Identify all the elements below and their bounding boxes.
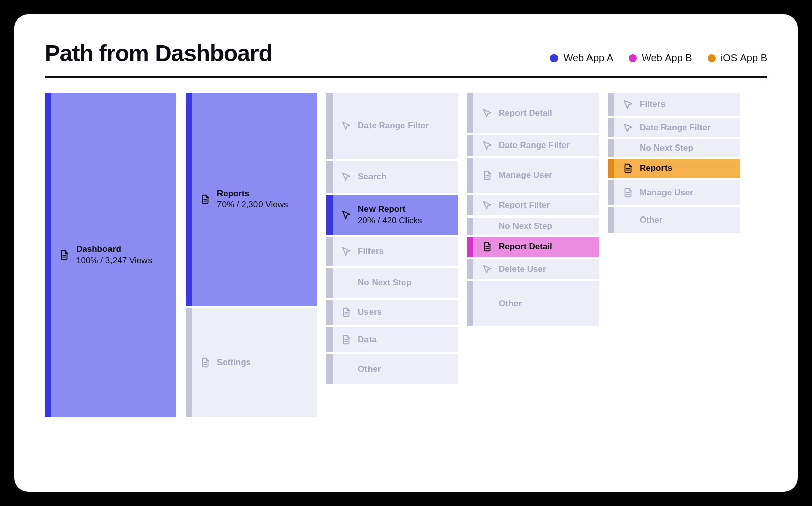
path-step[interactable]: No Next Step [467, 218, 599, 235]
path-step[interactable]: Report Detail [467, 237, 599, 257]
path-step[interactable]: Dashboard100% / 3,247 Views [45, 93, 176, 417]
path-step[interactable]: Reports [608, 159, 740, 178]
step-name: Filters [358, 246, 384, 257]
path-step[interactable]: Users [326, 300, 458, 325]
cursor-icon [341, 209, 352, 221]
legend-label: Web App B [642, 52, 692, 64]
step-name: Delete User [499, 264, 546, 275]
step-name: Data [358, 334, 377, 345]
step-name: Settings [217, 357, 251, 368]
step-name: Report Detail [499, 107, 552, 119]
step-name: Reports [217, 188, 288, 199]
path-step[interactable]: Manage User [608, 180, 740, 205]
step-name: Dashboard [76, 244, 152, 255]
step-sub: 20% / 420 Clicks [358, 215, 422, 226]
path-step[interactable]: Other [608, 207, 740, 233]
step-name: No Next Step [358, 277, 412, 288]
path-step[interactable]: Settings [186, 308, 317, 417]
step-name: Report Detail [499, 241, 552, 252]
path-step[interactable]: Date Range Filter [326, 93, 458, 159]
path-column: Report Detail Date Range Filter Manage U… [467, 93, 599, 326]
legend-dot [708, 54, 716, 62]
path-step[interactable]: Report Detail [467, 93, 599, 133]
cursor-icon [482, 107, 493, 119]
path-column: Date Range Filter Search New Report20% /… [326, 93, 458, 384]
path-step[interactable]: Filters [326, 237, 458, 266]
document-icon [341, 334, 352, 345]
path-step[interactable]: Report Filter [467, 195, 599, 215]
legend-item-web-app-b[interactable]: Web App B [629, 52, 692, 64]
cursor-icon [482, 200, 493, 211]
step-name: New Report [358, 204, 422, 215]
path-step[interactable]: Filters [608, 93, 740, 116]
step-name: No Next Step [640, 142, 693, 154]
document-icon [341, 307, 352, 318]
path-step[interactable]: Delete User [467, 259, 599, 279]
legend: Web App A Web App B iOS App B [550, 52, 767, 67]
step-sub: 70% / 2,300 Views [217, 199, 288, 210]
step-name: Filters [640, 99, 666, 110]
legend-dot [629, 54, 637, 62]
path-step[interactable]: Other [326, 354, 458, 384]
path-column: Filters Date Range FilterNo Next Step Re… [608, 93, 740, 233]
step-name: No Next Step [499, 221, 552, 232]
legend-dot [550, 54, 558, 62]
document-icon [200, 194, 211, 205]
step-name: Other [358, 364, 381, 375]
step-name: Date Range Filter [358, 120, 429, 131]
step-name: Other [640, 214, 662, 226]
path-step[interactable]: Reports70% / 2,300 Views [186, 93, 317, 306]
path-column: Dashboard100% / 3,247 Views [45, 93, 176, 417]
path-step[interactable]: No Next Step [326, 268, 458, 298]
path-step[interactable]: Search [326, 161, 458, 193]
legend-item-web-app-a[interactable]: Web App A [550, 52, 613, 64]
step-name: Date Range Filter [499, 140, 570, 151]
legend-label: iOS App B [721, 52, 767, 64]
legend-item-ios-app-b[interactable]: iOS App B [708, 52, 767, 64]
document-icon [622, 187, 634, 198]
document-icon [59, 249, 70, 261]
cursor-icon [341, 171, 352, 183]
step-name: Other [499, 298, 522, 309]
step-name: Manage User [640, 187, 693, 198]
step-sub: 100% / 3,247 Views [76, 255, 152, 266]
path-step[interactable]: New Report20% / 420 Clicks [326, 195, 458, 235]
step-name: Search [358, 171, 387, 183]
step-name: Users [358, 307, 382, 318]
document-icon [482, 241, 493, 252]
path-step[interactable]: No Next Step [608, 139, 740, 157]
path-step[interactable]: Other [467, 281, 599, 326]
step-name: Manage User [499, 170, 552, 181]
header: Path from Dashboard Web App A Web App B … [45, 40, 767, 78]
cursor-icon [622, 122, 634, 133]
path-funnel-card: Path from Dashboard Web App A Web App B … [14, 14, 798, 492]
legend-label: Web App A [563, 52, 613, 64]
document-icon [622, 163, 634, 174]
step-name: Date Range Filter [640, 122, 711, 133]
step-name: Report Filter [499, 200, 550, 211]
path-step[interactable]: Date Range Filter [467, 135, 599, 156]
document-icon [482, 170, 493, 181]
path-step[interactable]: Manage User [467, 158, 599, 193]
path-chart: Dashboard100% / 3,247 Views Reports70% /… [45, 93, 767, 422]
page-title: Path from Dashboard [45, 40, 272, 67]
path-step[interactable]: Date Range Filter [608, 118, 740, 137]
step-name: Reports [640, 163, 672, 174]
cursor-icon [482, 140, 493, 151]
cursor-icon [341, 120, 352, 131]
cursor-icon [341, 246, 352, 257]
document-icon [200, 357, 211, 368]
path-column: Reports70% / 2,300 Views Settings [186, 93, 317, 417]
cursor-icon [482, 264, 493, 275]
path-step[interactable]: Data [326, 327, 458, 352]
cursor-icon [622, 99, 634, 110]
